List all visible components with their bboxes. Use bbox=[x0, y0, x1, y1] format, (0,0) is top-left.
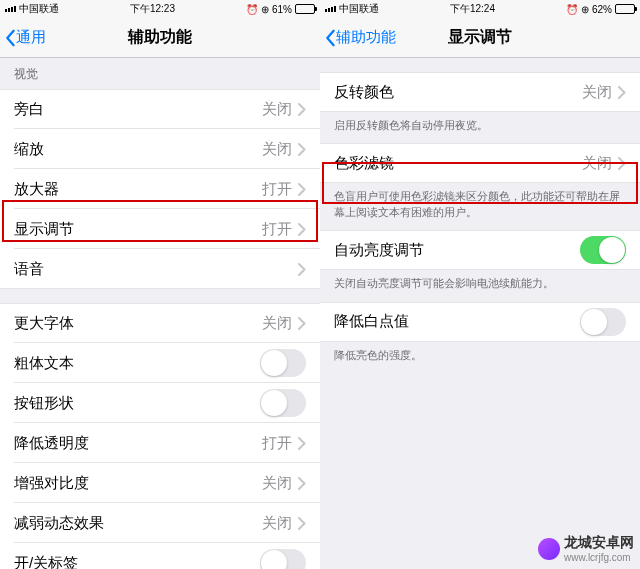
signal-icon bbox=[325, 6, 336, 12]
rotation-lock-icon: ⊕ bbox=[581, 4, 589, 15]
back-button[interactable]: 通用 bbox=[0, 28, 46, 47]
back-label: 辅助功能 bbox=[336, 28, 396, 47]
status-time: 下午12:24 bbox=[450, 2, 495, 16]
row-value: 关闭 bbox=[582, 154, 612, 173]
row-value: 关闭 bbox=[262, 314, 292, 333]
chevron-right-icon bbox=[298, 477, 306, 490]
chevron-right-icon bbox=[298, 223, 306, 236]
status-time: 下午12:23 bbox=[130, 2, 175, 16]
chevron-right-icon bbox=[298, 263, 306, 276]
watermark-url: www.lcrjfg.com bbox=[564, 552, 634, 563]
row-label: 开/关标签 bbox=[14, 554, 260, 570]
battery-percent: 62% bbox=[592, 4, 612, 15]
settings-row[interactable]: 减弱动态效果关闭 bbox=[0, 503, 320, 543]
toggle-switch[interactable] bbox=[580, 236, 626, 264]
chevron-right-icon bbox=[298, 183, 306, 196]
chevron-right-icon bbox=[298, 517, 306, 530]
settings-row[interactable]: 反转颜色关闭 bbox=[320, 72, 640, 112]
screen-display-accommodations: 中国联通 下午12:24 ⏰ ⊕ 62% 辅助功能 显示调节 反转颜色关闭启用反… bbox=[320, 0, 640, 569]
battery-icon bbox=[615, 4, 635, 14]
settings-row[interactable]: 更大字体关闭 bbox=[0, 303, 320, 343]
toggle-switch[interactable] bbox=[260, 549, 306, 569]
section-footer: 降低亮色的强度。 bbox=[320, 342, 640, 373]
row-label: 反转颜色 bbox=[334, 83, 582, 102]
settings-row[interactable]: 按钮形状 bbox=[0, 383, 320, 423]
row-value: 关闭 bbox=[582, 83, 612, 102]
settings-row[interactable]: 旁白关闭 bbox=[0, 89, 320, 129]
row-label: 缩放 bbox=[14, 140, 262, 159]
settings-row[interactable]: 色彩滤镜关闭 bbox=[320, 143, 640, 183]
settings-row[interactable]: 放大器打开 bbox=[0, 169, 320, 209]
watermark-logo-icon bbox=[538, 538, 560, 560]
row-value: 关闭 bbox=[262, 514, 292, 533]
row-value: 打开 bbox=[262, 180, 292, 199]
settings-row[interactable]: 开/关标签 bbox=[0, 543, 320, 569]
carrier-label: 中国联通 bbox=[19, 2, 59, 16]
row-value: 打开 bbox=[262, 220, 292, 239]
row-label: 色彩滤镜 bbox=[334, 154, 582, 173]
battery-icon bbox=[295, 4, 315, 14]
row-value: 打开 bbox=[262, 434, 292, 453]
row-value: 关闭 bbox=[262, 474, 292, 493]
row-value: 关闭 bbox=[262, 100, 292, 119]
row-label: 按钮形状 bbox=[14, 394, 260, 413]
row-label: 语音 bbox=[14, 260, 298, 279]
back-button[interactable]: 辅助功能 bbox=[320, 28, 396, 47]
settings-row[interactable]: 降低白点值 bbox=[320, 302, 640, 342]
alarm-icon: ⏰ bbox=[246, 4, 258, 15]
settings-row[interactable]: 语音 bbox=[0, 249, 320, 289]
row-label: 减弱动态效果 bbox=[14, 514, 262, 533]
row-label: 放大器 bbox=[14, 180, 262, 199]
nav-bar: 通用 辅助功能 bbox=[0, 18, 320, 58]
chevron-right-icon bbox=[298, 437, 306, 450]
status-bar: 中国联通 下午12:23 ⏰ ⊕ 61% bbox=[0, 0, 320, 18]
row-label: 自动亮度调节 bbox=[334, 241, 580, 260]
watermark-name: 龙城安卓网 bbox=[564, 534, 634, 552]
nav-bar: 辅助功能 显示调节 bbox=[320, 18, 640, 58]
chevron-right-icon bbox=[618, 86, 626, 99]
row-label: 显示调节 bbox=[14, 220, 262, 239]
section-footer: 色盲用户可使用色彩滤镜来区分颜色，此功能还可帮助在屏幕上阅读文本有困难的用户。 bbox=[320, 183, 640, 230]
section-footer: 关闭自动亮度调节可能会影响电池续航能力。 bbox=[320, 270, 640, 301]
back-label: 通用 bbox=[16, 28, 46, 47]
settings-row[interactable]: 显示调节打开 bbox=[0, 209, 320, 249]
settings-row[interactable]: 粗体文本 bbox=[0, 343, 320, 383]
watermark: 龙城安卓网 www.lcrjfg.com bbox=[538, 534, 634, 563]
settings-row[interactable]: 增强对比度关闭 bbox=[0, 463, 320, 503]
rotation-lock-icon: ⊕ bbox=[261, 4, 269, 15]
row-value: 关闭 bbox=[262, 140, 292, 159]
toggle-switch[interactable] bbox=[260, 389, 306, 417]
carrier-label: 中国联通 bbox=[339, 2, 379, 16]
section-header-vision: 视觉 bbox=[0, 58, 320, 89]
row-label: 降低透明度 bbox=[14, 434, 262, 453]
settings-row[interactable]: 自动亮度调节 bbox=[320, 230, 640, 270]
row-label: 旁白 bbox=[14, 100, 262, 119]
section-footer: 启用反转颜色将自动停用夜览。 bbox=[320, 112, 640, 143]
chevron-right-icon bbox=[298, 143, 306, 156]
row-label: 降低白点值 bbox=[334, 312, 580, 331]
signal-icon bbox=[5, 6, 16, 12]
toggle-switch[interactable] bbox=[260, 349, 306, 377]
chevron-right-icon bbox=[298, 317, 306, 330]
row-label: 增强对比度 bbox=[14, 474, 262, 493]
row-label: 粗体文本 bbox=[14, 354, 260, 373]
alarm-icon: ⏰ bbox=[566, 4, 578, 15]
nav-title: 辅助功能 bbox=[0, 27, 320, 48]
screen-accessibility: 中国联通 下午12:23 ⏰ ⊕ 61% 通用 辅助功能 视觉 旁白关闭缩放关闭… bbox=[0, 0, 320, 569]
chevron-right-icon bbox=[298, 103, 306, 116]
chevron-right-icon bbox=[618, 157, 626, 170]
battery-percent: 61% bbox=[272, 4, 292, 15]
row-label: 更大字体 bbox=[14, 314, 262, 333]
settings-row[interactable]: 降低透明度打开 bbox=[0, 423, 320, 463]
status-bar: 中国联通 下午12:24 ⏰ ⊕ 62% bbox=[320, 0, 640, 18]
settings-row[interactable]: 缩放关闭 bbox=[0, 129, 320, 169]
toggle-switch[interactable] bbox=[580, 308, 626, 336]
